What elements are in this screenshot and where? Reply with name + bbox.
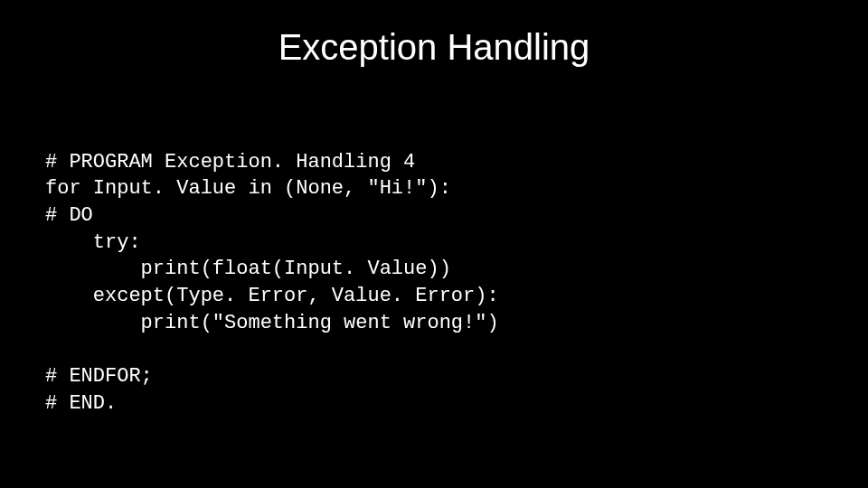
slide-title: Exception Handling bbox=[0, 27, 868, 68]
code-line: for Input. Value in (None, "Hi!"): bbox=[45, 177, 451, 200]
code-line: print("Something went wrong!") bbox=[45, 312, 499, 334]
code-line: try: bbox=[45, 231, 141, 254]
code-block: # PROGRAM Exception. Handling 4 for Inpu… bbox=[45, 122, 499, 444]
code-line: # ENDFOR; bbox=[45, 365, 153, 388]
code-line: except(Type. Error, Value. Error): bbox=[45, 285, 499, 307]
code-line: print(float(Input. Value)) bbox=[45, 258, 451, 280]
code-line: # DO bbox=[45, 204, 93, 227]
code-line: # END. bbox=[45, 392, 117, 415]
code-line: # PROGRAM Exception. Handling 4 bbox=[45, 151, 415, 174]
slide: Exception Handling # PROGRAM Exception. … bbox=[0, 0, 868, 488]
